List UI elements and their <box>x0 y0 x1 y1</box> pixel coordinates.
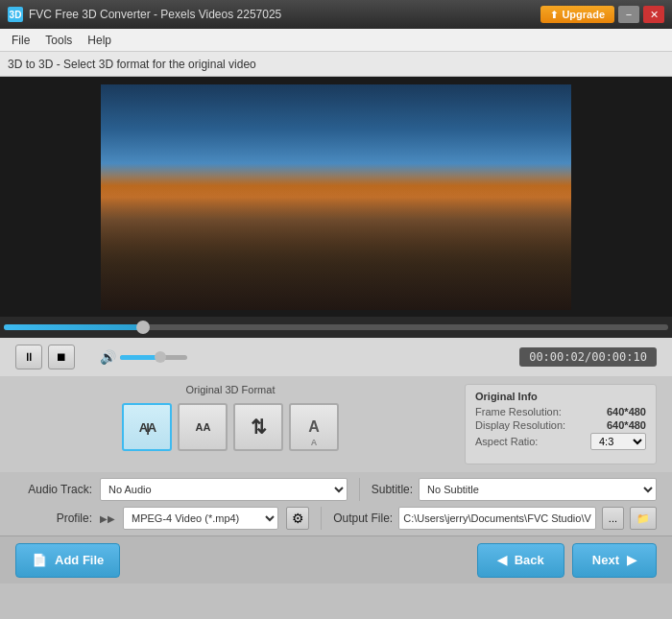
add-file-icon: 📄 <box>32 553 47 567</box>
subtitle-label: Subtitle: <box>372 483 413 496</box>
profile-label: Profile: <box>15 512 92 525</box>
profile-icon: ▶▶ <box>100 513 115 524</box>
title-text: FVC Free 3D Converter - Pexels Videos 22… <box>29 8 281 21</box>
add-file-label: Add File <box>55 553 104 567</box>
subtitle-select[interactable]: No Subtitle <box>419 478 657 501</box>
output-file-label: Output File: <box>333 512 393 525</box>
controls-area: ⏸ ⏹ 🔊 00:00:02/00:00:10 <box>0 338 672 376</box>
subtitle-section: Subtitle: No Subtitle <box>372 478 657 501</box>
video-scene-right <box>336 84 571 310</box>
display-resolution-value: 640*480 <box>607 419 646 431</box>
original-3d-format: Original 3D Format A|A A A ⇅ A A <box>15 384 445 464</box>
video-area <box>0 77 672 317</box>
stop-button[interactable]: ⏹ <box>48 345 75 369</box>
menu-file[interactable]: File <box>4 32 37 49</box>
settings-row-2: Profile: ▶▶ MPEG-4 Video (*.mp4) ⚙ Outpu… <box>15 507 657 530</box>
row-divider-2 <box>321 507 322 530</box>
row-divider-1 <box>359 478 360 501</box>
title-bar-right: Upgrade − ✕ <box>540 6 664 23</box>
menu-help[interactable]: Help <box>80 32 119 49</box>
display-resolution-label: Display Resolution: <box>475 419 565 431</box>
next-icon: ▶ <box>627 553 636 567</box>
frame-resolution-value: 640*480 <box>607 406 646 417</box>
volume-thumb[interactable] <box>155 351 166 363</box>
output-file-section: Output File: C:\Users\jerry\Documents\FV… <box>333 507 657 530</box>
frame-resolution-row: Frame Resolution: 640*480 <box>475 406 646 417</box>
menu-tools[interactable]: Tools <box>37 32 80 49</box>
format-btn-sbs-full[interactable]: A|A <box>122 403 172 451</box>
output-file-field: C:\Users\jerry\Documents\FVC Studio\V <box>398 507 596 530</box>
upgrade-button[interactable]: Upgrade <box>540 6 614 23</box>
profile-select[interactable]: MPEG-4 Video (*.mp4) <box>123 507 278 530</box>
back-icon: ◀ <box>497 553 507 567</box>
title-bar: 3D FVC Free 3D Converter - Pexels Videos… <box>0 0 672 29</box>
next-button[interactable]: Next ▶ <box>572 543 657 578</box>
format-section-title: Original 3D Format <box>15 384 445 395</box>
aspect-ratio-row: Aspect Ratio: 4:3 16:9 16:10 <box>475 433 646 450</box>
back-label: Back <box>515 553 544 567</box>
video-right <box>336 84 571 310</box>
audio-track-select[interactable]: No Audio <box>100 478 348 501</box>
frame-resolution-label: Frame Resolution: <box>475 406 562 417</box>
audio-track-label: Audio Track: <box>15 483 92 496</box>
seekbar-thumb[interactable] <box>136 321 150 334</box>
add-file-button[interactable]: 📄 Add File <box>15 543 120 578</box>
format-buttons: A|A A A ⇅ A A <box>15 403 445 451</box>
video-scene-left <box>101 84 336 310</box>
minimize-button[interactable]: − <box>618 6 639 23</box>
open-folder-button[interactable]: 📁 <box>630 507 657 530</box>
next-label: Next <box>592 553 619 567</box>
nav-buttons: ◀ Back Next ▶ <box>477 543 657 578</box>
app-icon: 3D <box>8 7 23 22</box>
settings-gear-btn[interactable]: ⚙ <box>286 507 309 530</box>
aspect-ratio-label: Aspect Ratio: <box>475 436 538 447</box>
original-info-title: Original Info <box>475 391 646 402</box>
format-section: Original 3D Format A|A A A ⇅ A A Origina… <box>0 376 672 472</box>
title-bar-left: 3D FVC Free 3D Converter - Pexels Videos… <box>8 7 281 22</box>
settings-area: Audio Track: No Audio Subtitle: No Subti… <box>0 472 672 536</box>
pause-button[interactable]: ⏸ <box>15 345 42 369</box>
close-button[interactable]: ✕ <box>643 6 664 23</box>
video-left <box>101 84 336 310</box>
volume-area: 🔊 <box>100 349 187 365</box>
seekbar-fill <box>4 324 143 330</box>
back-button[interactable]: ◀ Back <box>477 543 564 578</box>
info-text: 3D to 3D - Select 3D format for the orig… <box>8 58 256 71</box>
format-btn-anaglyph[interactable]: A A <box>289 403 339 451</box>
display-resolution-row: Display Resolution: 640*480 <box>475 419 646 431</box>
settings-row-1: Audio Track: No Audio Subtitle: No Subti… <box>15 478 657 501</box>
bottom-bar: 📄 Add File ◀ Back Next ▶ <box>0 536 672 583</box>
seekbar-track[interactable] <box>4 324 668 330</box>
browse-button[interactable]: ... <box>602 507 624 530</box>
info-bar: 3D to 3D - Select 3D format for the orig… <box>0 52 672 77</box>
format-btn-top-bottom[interactable]: ⇅ <box>233 403 283 451</box>
time-display: 00:00:02/00:00:10 <box>519 347 657 367</box>
format-btn-sbs-half[interactable]: A A <box>178 403 228 451</box>
seekbar-container[interactable] <box>0 317 672 338</box>
volume-track[interactable] <box>120 355 187 360</box>
original-info: Original Info Frame Resolution: 640*480 … <box>465 384 657 464</box>
volume-icon: 🔊 <box>100 349 116 365</box>
menu-bar: File Tools Help <box>0 29 672 52</box>
video-display <box>101 84 571 310</box>
aspect-ratio-select[interactable]: 4:3 16:9 16:10 <box>590 433 646 450</box>
